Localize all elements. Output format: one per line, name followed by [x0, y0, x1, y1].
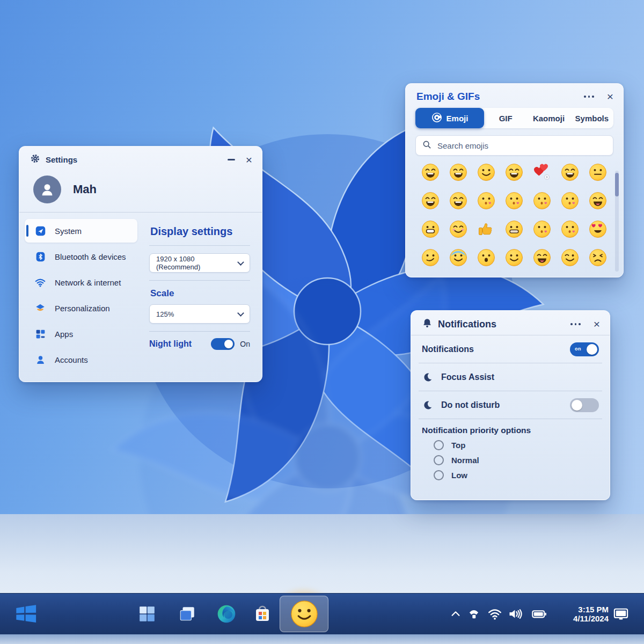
more-button[interactable] — [568, 321, 583, 327]
emoji-cell[interactable] — [444, 219, 472, 239]
sidebar-item-bluetooth-devices[interactable]: Bluetooth & devices — [25, 245, 137, 268]
resolution-dropdown[interactable]: 1920 x 1080 (Recommend) — [149, 253, 250, 273]
emoji-cell[interactable] — [444, 162, 472, 182]
emoji-cell[interactable] — [472, 247, 500, 268]
notification-row-focus-assist: Focus Assist — [411, 363, 610, 391]
emoji-cell[interactable] — [444, 191, 472, 211]
more-button[interactable] — [582, 93, 596, 100]
sidebar-item-personalization[interactable]: Personalization — [25, 296, 137, 320]
emoji-cell[interactable] — [528, 162, 556, 182]
sidebar-item-apps[interactable]: Apps — [25, 322, 137, 346]
accounts-icon — [34, 354, 46, 365]
tab-symbols[interactable]: Symbols — [570, 114, 613, 123]
avatar[interactable] — [33, 175, 61, 203]
do-not-disturb-toggle[interactable] — [570, 398, 599, 412]
clock-date: 4/11/2024 — [559, 614, 609, 623]
emoji-cell[interactable] — [444, 247, 472, 268]
chevron-down-icon — [237, 310, 244, 317]
emoji-cell[interactable] — [500, 247, 528, 268]
tab-emoji[interactable]: Emoji — [415, 108, 484, 128]
radio-option-low[interactable]: Low — [411, 467, 610, 482]
emoji-cell[interactable] — [584, 191, 612, 211]
battery-icon[interactable] — [531, 594, 547, 634]
start-button[interactable] — [138, 594, 156, 634]
volume-icon[interactable] — [508, 594, 523, 634]
tab-gif[interactable]: GIF — [484, 114, 527, 123]
taskbar-clock[interactable]: 3:15 PM 4/11/2024 — [559, 594, 609, 634]
scrollbar-track[interactable] — [615, 171, 619, 272]
emoji-cell[interactable] — [416, 247, 444, 268]
chevron-up-icon[interactable] — [450, 594, 462, 634]
scale-dropdown[interactable]: 125% — [149, 304, 250, 324]
monitor-icon[interactable] — [613, 594, 629, 634]
emoji-cell[interactable] — [556, 219, 584, 239]
phone-icon[interactable] — [467, 594, 481, 634]
emoji-cell[interactable] — [556, 247, 584, 268]
emoji-cell[interactable] — [528, 247, 556, 268]
emoji-cell[interactable] — [500, 219, 528, 239]
emoji-cell[interactable] — [584, 247, 612, 268]
emoji-cell[interactable] — [472, 191, 500, 211]
bell-icon — [422, 318, 433, 331]
emoji-cell[interactable] — [528, 219, 556, 239]
sidebar-item-system[interactable]: System — [25, 219, 137, 243]
row-label: Focus Assist — [441, 372, 599, 382]
emoji-cell[interactable] — [556, 191, 584, 211]
emoji-cell[interactable] — [584, 219, 612, 239]
emoji-grid — [406, 158, 623, 268]
emoji-cell[interactable] — [416, 162, 444, 182]
tab-label: Emoji — [447, 114, 469, 123]
search-input[interactable] — [436, 141, 606, 151]
tab-kaomoji[interactable]: Kaomoji — [527, 114, 570, 123]
radio-option-normal[interactable]: Normal — [411, 452, 610, 467]
divider — [149, 280, 250, 281]
edge-icon[interactable] — [216, 594, 237, 634]
emoji-cell[interactable] — [472, 162, 500, 182]
settings-window-title: Settings — [46, 155, 77, 164]
emoji-cell[interactable] — [584, 162, 612, 182]
emoji-cell[interactable] — [556, 162, 584, 182]
moon-icon — [422, 400, 434, 411]
radio-button[interactable] — [434, 455, 444, 465]
sidebar-item-label: Network & internet — [55, 278, 121, 287]
personalization-icon — [34, 302, 46, 314]
task-view-button[interactable] — [178, 594, 196, 634]
radio-button[interactable] — [434, 440, 444, 450]
notifications-window: Notifications × NotificationsonFocus Ass… — [411, 310, 610, 500]
priority-options-group: Top Normal Low — [411, 437, 610, 482]
sidebar-item-label: Personalization — [55, 304, 110, 313]
close-button[interactable]: × — [246, 155, 252, 165]
close-button[interactable]: × — [607, 92, 613, 101]
emoji-cell[interactable] — [500, 162, 528, 182]
notifications-title: Notifications — [438, 319, 496, 330]
emoji-cell[interactable] — [416, 219, 444, 239]
emoji-cell[interactable] — [416, 191, 444, 211]
priority-options-heading: Notification priority options — [411, 419, 610, 437]
windows-classic-logo[interactable] — [14, 594, 39, 634]
night-light-toggle[interactable] — [211, 338, 235, 350]
radio-option-top[interactable]: Top — [411, 437, 610, 452]
emoji-picker-icon[interactable] — [280, 596, 328, 632]
minimize-button[interactable] — [228, 159, 235, 160]
emoji-cell[interactable] — [500, 191, 528, 211]
notifications-toggle[interactable]: on — [570, 342, 599, 356]
wifi-icon[interactable] — [487, 594, 502, 634]
emoji-panel-title: Emoji & GIFs — [416, 91, 480, 103]
sidebar-item-accounts[interactable]: Accounts — [25, 348, 137, 371]
store-icon[interactable] — [253, 594, 272, 634]
sidebar-item-label: System — [55, 226, 82, 236]
bluetooth-icon — [34, 251, 46, 262]
scrollbar-thumb[interactable] — [615, 173, 619, 196]
radio-button[interactable] — [434, 470, 444, 480]
night-light-state: On — [240, 340, 250, 348]
radio-label: Top — [451, 441, 465, 450]
close-button[interactable]: × — [594, 319, 600, 329]
sidebar-item-network-internet[interactable]: Network & internet — [25, 270, 137, 294]
scale-heading: Scale — [150, 288, 250, 299]
emoji-cell[interactable] — [472, 219, 500, 239]
emoji-cell[interactable] — [528, 191, 556, 211]
divider — [149, 331, 250, 332]
search-icon — [422, 140, 431, 151]
radio-label: Low — [451, 471, 467, 480]
emoji-search-box — [415, 135, 613, 156]
